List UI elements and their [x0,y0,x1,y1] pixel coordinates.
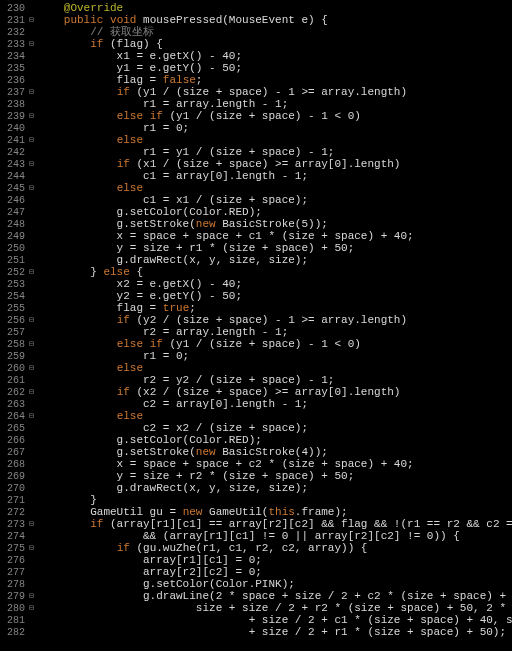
code-line[interactable]: else [44,182,512,194]
fold-marker-icon[interactable]: ⊟ [27,340,36,349]
code-line[interactable]: r1 = 0; [44,122,512,134]
gutter-line: 262⊟ [0,386,38,398]
code-line[interactable]: } else { [44,266,512,278]
gutter-line: 239⊟ [0,110,38,122]
code-line[interactable]: size + size / 2 + r2 * (size + space) + … [44,602,512,614]
line-number: 275 [7,543,25,554]
fold-marker-icon[interactable]: ⊟ [27,40,36,49]
code-line[interactable]: GameUtil gu = new GameUtil(this.frame); [44,506,512,518]
code-line[interactable]: flag = false; [44,74,512,86]
code-line[interactable]: x = space + space + c1 * (size + space) … [44,230,512,242]
fold-marker-icon[interactable]: ⊟ [27,16,36,25]
code-line[interactable]: else [44,134,512,146]
code-line[interactable]: + size / 2 + c1 * (size + space) + 40, s… [44,614,512,626]
code-line[interactable]: c2 = x2 / (size + space); [44,422,512,434]
code-line[interactable]: g.setStroke(new BasicStroke(4)); [44,446,512,458]
line-number: 268 [7,459,25,470]
code-line[interactable]: c1 = x1 / (size + space); [44,194,512,206]
code-line[interactable]: g.setStroke(new BasicStroke(5)); [44,218,512,230]
line-number: 243 [7,159,25,170]
gutter-line: 267⊟ [0,446,38,458]
code-line[interactable]: if (y2 / (size + space) - 1 >= array.len… [44,314,512,326]
fold-marker-icon[interactable]: ⊟ [27,268,36,277]
code-line[interactable]: if (y1 / (size + space) - 1 >= array.len… [44,86,512,98]
gutter-line: 253⊟ [0,278,38,290]
line-number: 257 [7,327,25,338]
fold-marker-icon[interactable]: ⊟ [27,388,36,397]
code-line[interactable]: if (x1 / (size + space) >= array[0].leng… [44,158,512,170]
fold-marker-icon[interactable]: ⊟ [27,112,36,121]
line-number: 253 [7,279,25,290]
code-line[interactable]: + size / 2 + r1 * (size + space) + 50); [44,626,512,638]
gutter-line: 257⊟ [0,326,38,338]
code-line[interactable]: g.drawRect(x, y, size, size); [44,254,512,266]
code-line[interactable]: r2 = array.length - 1; [44,326,512,338]
code-line[interactable]: g.setColor(Color.RED); [44,206,512,218]
gutter-line: 248⊟ [0,218,38,230]
code-line[interactable]: r2 = y2 / (size + space) - 1; [44,374,512,386]
code-line[interactable]: y1 = e.getY() - 50; [44,62,512,74]
gutter-line: 269⊟ [0,470,38,482]
code-line[interactable]: if (flag) { [44,38,512,50]
code-line[interactable]: c2 = array[0].length - 1; [44,398,512,410]
line-number: 242 [7,147,25,158]
code-line[interactable]: g.setColor(Color.RED); [44,434,512,446]
code-line[interactable]: g.setColor(Color.PINK); [44,578,512,590]
code-line[interactable]: if (array[r1][c1] == array[r2][c2] && fl… [44,518,512,530]
line-number: 263 [7,399,25,410]
gutter-line: 272⊟ [0,506,38,518]
fold-marker-icon[interactable]: ⊟ [27,520,36,529]
line-number: 282 [7,627,25,638]
code-line[interactable]: g.drawRect(x, y, size, size); [44,482,512,494]
fold-marker-icon[interactable]: ⊟ [27,88,36,97]
code-line[interactable]: else if (y1 / (size + space) - 1 < 0) [44,338,512,350]
fold-marker-icon[interactable]: ⊟ [27,412,36,421]
code-line[interactable]: if (x2 / (size + space) >= array[0].leng… [44,386,512,398]
fold-marker-icon[interactable]: ⊟ [27,544,36,553]
code-line[interactable]: y = size + r1 * (size + space) + 50; [44,242,512,254]
fold-marker-icon[interactable]: ⊟ [27,136,36,145]
code-line[interactable]: else if (y1 / (size + space) - 1 < 0) [44,110,512,122]
code-line[interactable]: c1 = array[0].length - 1; [44,170,512,182]
code-line[interactable]: else [44,410,512,422]
line-number: 241 [7,135,25,146]
fold-marker-icon[interactable]: ⊟ [27,160,36,169]
code-line[interactable]: r1 = array.length - 1; [44,98,512,110]
fold-marker-icon[interactable]: ⊟ [27,364,36,373]
fold-marker-icon[interactable]: ⊟ [27,604,36,613]
fold-marker-icon[interactable]: ⊟ [27,316,36,325]
gutter-line: 254⊟ [0,290,38,302]
code-line[interactable]: y2 = e.getY() - 50; [44,290,512,302]
gutter-line: 245⊟ [0,182,38,194]
line-number: 276 [7,555,25,566]
code-line[interactable]: x = space + space + c2 * (size + space) … [44,458,512,470]
code-line[interactable]: x1 = e.getX() - 40; [44,50,512,62]
code-line[interactable]: g.drawLine(2 * space + size / 2 + c2 * (… [44,590,512,602]
line-number: 239 [7,111,25,122]
gutter-line: 256⊟ [0,314,38,326]
code-line[interactable]: x2 = e.getX() - 40; [44,278,512,290]
code-line[interactable]: r1 = y1 / (size + space) - 1; [44,146,512,158]
code-line[interactable]: flag = true; [44,302,512,314]
line-number: 249 [7,231,25,242]
code-line[interactable]: if (gu.wuZhe(r1, c1, r2, c2, array)) { [44,542,512,554]
code-line[interactable]: y = size + r2 * (size + space) + 50; [44,470,512,482]
code-line[interactable]: r1 = 0; [44,350,512,362]
code-line[interactable]: else [44,362,512,374]
code-line[interactable]: @Override [44,2,512,14]
fold-marker-icon[interactable]: ⊟ [27,592,36,601]
line-number: 236 [7,75,25,86]
code-line[interactable]: && (array[r1][c1] != 0 || array[r2][c2] … [44,530,512,542]
code-line[interactable]: array[r1][c1] = 0; [44,554,512,566]
gutter-line: 279⊟ [0,590,38,602]
line-number: 264 [7,411,25,422]
fold-marker-icon[interactable]: ⊟ [27,184,36,193]
gutter-line: 242⊟ [0,146,38,158]
line-number: 244 [7,171,25,182]
code-editor[interactable]: @Override public void mousePressed(Mouse… [38,0,512,651]
code-line[interactable]: public void mousePressed(MouseEvent e) { [44,14,512,26]
code-line[interactable]: } [44,494,512,506]
code-line[interactable]: // 获取坐标 [44,26,512,38]
code-line[interactable]: array[r2][c2] = 0; [44,566,512,578]
gutter-line: 241⊟ [0,134,38,146]
